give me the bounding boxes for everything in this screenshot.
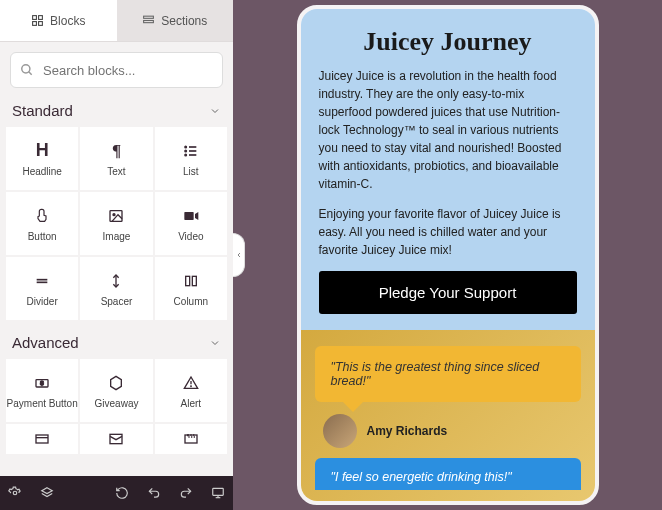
block-extra-2[interactable] <box>80 424 152 454</box>
chevron-down-icon <box>209 337 221 349</box>
block-text[interactable]: ¶Text <box>80 127 152 190</box>
block-extra-1[interactable] <box>6 424 78 454</box>
paragraph-2: Enjoying your favorite flavor of Juicey … <box>319 205 577 259</box>
extra-icon <box>34 429 50 449</box>
block-divider[interactable]: Divider <box>6 257 78 320</box>
svg-rect-5 <box>144 21 154 23</box>
block-video[interactable]: Video <box>155 192 227 255</box>
svg-text:$: $ <box>40 380 44 386</box>
svg-rect-22 <box>192 276 196 285</box>
tab-sections[interactable]: Sections <box>117 0 234 41</box>
svg-rect-2 <box>33 22 37 26</box>
svg-point-12 <box>185 150 186 151</box>
testimonial-2: "I feel so energetic drinking this!" <box>315 458 581 490</box>
extra-icon <box>108 429 124 449</box>
svg-rect-36 <box>213 488 224 495</box>
collapse-sidebar[interactable] <box>233 233 245 277</box>
standard-grid: HHeadline ¶Text List Button Image Video … <box>0 127 233 320</box>
payment-icon: $ <box>34 373 50 393</box>
svg-point-15 <box>113 213 115 215</box>
svg-rect-33 <box>187 435 194 437</box>
block-extra-3[interactable] <box>155 424 227 454</box>
preview-frame: Juicey Journey Juicey Juice is a revolut… <box>297 5 599 505</box>
svg-line-7 <box>29 72 32 75</box>
giveaway-icon <box>108 373 124 393</box>
block-column[interactable]: Column <box>155 257 227 320</box>
gear-icon[interactable] <box>8 486 22 500</box>
divider-icon <box>34 271 50 291</box>
svg-rect-32 <box>185 435 197 443</box>
svg-marker-17 <box>195 212 198 220</box>
avatar <box>323 414 357 448</box>
list-icon <box>183 141 199 161</box>
redo-icon[interactable] <box>179 486 193 500</box>
author-row: Amy Richards <box>315 410 581 458</box>
image-icon <box>108 206 124 226</box>
block-giveaway[interactable]: Giveaway <box>80 359 152 422</box>
tab-sections-label: Sections <box>161 14 207 28</box>
video-icon <box>183 206 199 226</box>
text-icon: ¶ <box>112 141 121 161</box>
svg-rect-21 <box>185 276 189 285</box>
svg-point-11 <box>185 146 186 147</box>
paragraph-1: Juicey Juice is a revolution in the heal… <box>319 67 577 193</box>
sections-icon <box>142 14 155 27</box>
sidebar: Blocks Sections Standard HHeadline ¶Text… <box>0 0 233 510</box>
svg-marker-25 <box>111 376 122 389</box>
category-standard-label: Standard <box>12 102 73 119</box>
extra-icon <box>183 429 199 449</box>
cta-button[interactable]: Pledge Your Support <box>319 271 577 314</box>
svg-point-34 <box>13 491 17 495</box>
block-image[interactable]: Image <box>80 192 152 255</box>
search-input[interactable] <box>10 52 223 88</box>
svg-marker-35 <box>42 488 53 494</box>
button-icon <box>34 206 50 226</box>
block-spacer[interactable]: Spacer <box>80 257 152 320</box>
svg-rect-16 <box>184 212 193 220</box>
hero-section: Juicey Journey Juicey Juice is a revolut… <box>301 9 595 330</box>
tab-bar: Blocks Sections <box>0 0 233 42</box>
category-advanced-label: Advanced <box>12 334 79 351</box>
svg-rect-3 <box>39 22 43 26</box>
canvas: Juicey Journey Juicey Juice is a revolut… <box>233 0 662 510</box>
chevron-down-icon <box>209 105 221 117</box>
tab-blocks[interactable]: Blocks <box>0 0 117 41</box>
svg-rect-1 <box>39 16 43 20</box>
desktop-icon[interactable] <box>211 486 225 500</box>
svg-rect-29 <box>36 435 48 443</box>
spacer-icon <box>108 271 124 291</box>
block-alert[interactable]: Alert <box>155 359 227 422</box>
testimonial-1: "This is the greatest thing since sliced… <box>315 346 581 402</box>
history-icon[interactable] <box>115 486 129 500</box>
block-button[interactable]: Button <box>6 192 78 255</box>
block-payment-button[interactable]: $Payment Button <box>6 359 78 422</box>
testimonials: "This is the greatest thing since sliced… <box>301 330 595 505</box>
svg-rect-4 <box>144 16 154 18</box>
category-advanced[interactable]: Advanced <box>0 330 233 359</box>
category-standard[interactable]: Standard <box>0 98 233 127</box>
block-list[interactable]: List <box>155 127 227 190</box>
author-name: Amy Richards <box>367 424 448 438</box>
svg-point-13 <box>185 154 186 155</box>
search-icon <box>20 63 34 77</box>
page-title: Juicey Journey <box>319 27 577 57</box>
svg-rect-0 <box>33 16 37 20</box>
blocks-icon <box>31 14 44 27</box>
alert-icon <box>183 373 199 393</box>
layers-icon[interactable] <box>40 486 54 500</box>
column-icon <box>183 271 199 291</box>
block-headline[interactable]: HHeadline <box>6 127 78 190</box>
svg-point-28 <box>190 386 191 387</box>
chevron-left-icon <box>235 249 243 261</box>
headline-icon: H <box>36 141 49 161</box>
svg-point-6 <box>22 65 30 73</box>
advanced-grid: $Payment Button Giveaway Alert <box>0 359 233 454</box>
tab-blocks-label: Blocks <box>50 14 85 28</box>
bottom-toolbar <box>0 476 233 510</box>
undo-icon[interactable] <box>147 486 161 500</box>
